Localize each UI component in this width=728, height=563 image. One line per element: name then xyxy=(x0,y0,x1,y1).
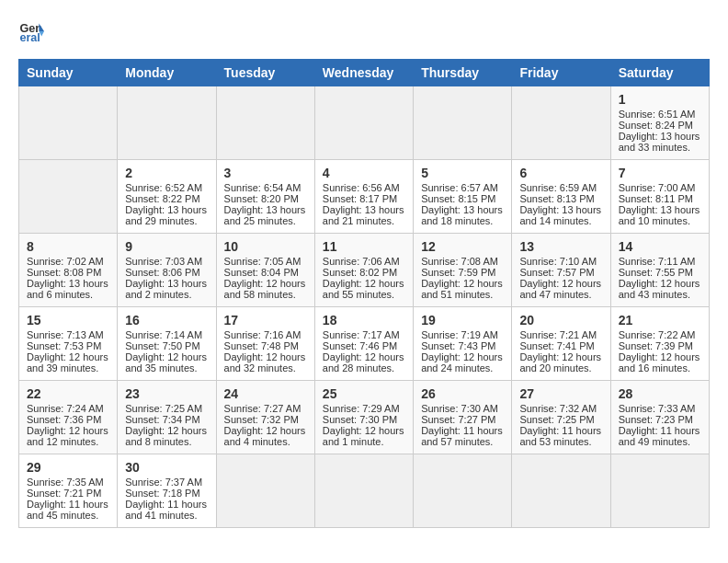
calendar-cell: 17Sunrise: 7:16 AMSunset: 7:48 PMDayligh… xyxy=(216,307,314,381)
calendar-cell xyxy=(512,86,610,160)
calendar-cell: 30Sunrise: 7:37 AMSunset: 7:18 PMDayligh… xyxy=(118,454,216,528)
daylight-text: Daylight: 12 hours and 35 minutes. xyxy=(125,351,208,373)
calendar-cell xyxy=(118,86,216,160)
sunset-text: Sunset: 8:13 PM xyxy=(519,193,602,204)
day-number: 19 xyxy=(421,313,504,327)
daylight-text: Daylight: 12 hours and 8 minutes. xyxy=(125,425,208,447)
daylight-text: Daylight: 12 hours and 32 minutes. xyxy=(224,351,307,373)
calendar-cell xyxy=(314,454,413,528)
day-number: 23 xyxy=(125,386,208,401)
calendar-cell xyxy=(610,454,709,528)
svg-text:eral: eral xyxy=(19,31,40,44)
daylight-text: Daylight: 11 hours and 49 minutes. xyxy=(619,425,701,447)
sunset-text: Sunset: 7:50 PM xyxy=(125,340,208,351)
calendar-cell: 28Sunrise: 7:33 AMSunset: 7:23 PMDayligh… xyxy=(610,381,709,454)
calendar-week-row: 1Sunrise: 6:51 AMSunset: 8:24 PMDaylight… xyxy=(19,86,710,160)
column-header-saturday: Saturday xyxy=(610,60,709,86)
day-number: 9 xyxy=(125,239,208,254)
day-number: 11 xyxy=(323,239,405,254)
calendar-cell: 25Sunrise: 7:29 AMSunset: 7:30 PMDayligh… xyxy=(314,381,413,454)
day-number: 1 xyxy=(619,92,701,107)
calendar-table: SundayMondayTuesdayWednesdayThursdayFrid… xyxy=(18,59,710,528)
daylight-text: Daylight: 13 hours and 6 minutes. xyxy=(27,278,109,300)
daylight-text: Daylight: 12 hours and 39 minutes. xyxy=(27,351,109,373)
daylight-text: Daylight: 13 hours and 2 minutes. xyxy=(125,278,208,300)
sunrise-text: Sunrise: 7:35 AM xyxy=(27,477,109,488)
sunrise-text: Sunrise: 7:16 AM xyxy=(224,329,307,340)
calendar-cell: 21Sunrise: 7:22 AMSunset: 7:39 PMDayligh… xyxy=(610,307,709,381)
sunrise-text: Sunrise: 6:51 AM xyxy=(619,109,701,120)
day-number: 2 xyxy=(125,166,208,180)
sunrise-text: Sunrise: 7:27 AM xyxy=(224,403,307,414)
calendar-cell xyxy=(19,160,118,234)
day-number: 15 xyxy=(27,313,109,327)
sunset-text: Sunset: 7:30 PM xyxy=(323,414,405,425)
sunrise-text: Sunrise: 7:05 AM xyxy=(224,256,307,267)
sunrise-text: Sunrise: 7:25 AM xyxy=(125,403,208,414)
day-number: 29 xyxy=(27,460,109,475)
column-header-thursday: Thursday xyxy=(414,60,512,86)
sunset-text: Sunset: 7:46 PM xyxy=(323,340,405,351)
sunset-text: Sunset: 8:22 PM xyxy=(125,193,208,204)
calendar-week-row: 15Sunrise: 7:13 AMSunset: 7:53 PMDayligh… xyxy=(19,307,710,381)
column-header-sunday: Sunday xyxy=(19,60,118,86)
sunrise-text: Sunrise: 7:37 AM xyxy=(125,477,208,488)
calendar-cell: 7Sunrise: 7:00 AMSunset: 8:11 PMDaylight… xyxy=(610,160,709,234)
calendar-cell xyxy=(512,454,610,528)
calendar-cell: 22Sunrise: 7:24 AMSunset: 7:36 PMDayligh… xyxy=(19,381,118,454)
day-number: 10 xyxy=(224,239,307,254)
daylight-text: Daylight: 11 hours and 53 minutes. xyxy=(519,425,602,447)
daylight-text: Daylight: 13 hours and 18 minutes. xyxy=(421,204,504,226)
day-number: 3 xyxy=(224,166,307,180)
calendar-cell: 26Sunrise: 7:30 AMSunset: 7:27 PMDayligh… xyxy=(414,381,512,454)
sunset-text: Sunset: 7:43 PM xyxy=(421,340,504,351)
sunrise-text: Sunrise: 7:06 AM xyxy=(323,256,405,267)
logo-icon: Gen eral xyxy=(18,18,44,44)
calendar-cell: 10Sunrise: 7:05 AMSunset: 8:04 PMDayligh… xyxy=(216,234,314,307)
sunrise-text: Sunrise: 7:03 AM xyxy=(125,256,208,267)
sunrise-text: Sunrise: 7:08 AM xyxy=(421,256,504,267)
sunrise-text: Sunrise: 7:29 AM xyxy=(323,403,405,414)
day-number: 12 xyxy=(421,239,504,254)
daylight-text: Daylight: 12 hours and 43 minutes. xyxy=(619,278,701,300)
page-header: Gen eral xyxy=(18,18,710,44)
calendar-cell: 13Sunrise: 7:10 AMSunset: 7:57 PMDayligh… xyxy=(512,234,610,307)
day-number: 30 xyxy=(125,460,208,475)
sunrise-text: Sunrise: 7:24 AM xyxy=(27,403,109,414)
sunrise-text: Sunrise: 6:56 AM xyxy=(323,182,405,193)
sunrise-text: Sunrise: 7:33 AM xyxy=(619,403,701,414)
sunset-text: Sunset: 7:21 PM xyxy=(27,488,109,499)
day-number: 17 xyxy=(224,313,307,327)
calendar-cell xyxy=(216,454,314,528)
sunrise-text: Sunrise: 7:30 AM xyxy=(421,403,504,414)
calendar-cell: 19Sunrise: 7:19 AMSunset: 7:43 PMDayligh… xyxy=(414,307,512,381)
day-number: 18 xyxy=(323,313,405,327)
calendar-cell: 5Sunrise: 6:57 AMSunset: 8:15 PMDaylight… xyxy=(414,160,512,234)
day-number: 24 xyxy=(224,386,307,401)
calendar-cell: 29Sunrise: 7:35 AMSunset: 7:21 PMDayligh… xyxy=(19,454,118,528)
sunset-text: Sunset: 8:15 PM xyxy=(421,193,504,204)
daylight-text: Daylight: 11 hours and 41 minutes. xyxy=(125,499,208,521)
column-header-wednesday: Wednesday xyxy=(314,60,413,86)
calendar-cell: 15Sunrise: 7:13 AMSunset: 7:53 PMDayligh… xyxy=(19,307,118,381)
day-number: 13 xyxy=(519,239,602,254)
calendar-cell: 18Sunrise: 7:17 AMSunset: 7:46 PMDayligh… xyxy=(314,307,413,381)
calendar-cell: 1Sunrise: 6:51 AMSunset: 8:24 PMDaylight… xyxy=(610,86,709,160)
day-number: 25 xyxy=(323,386,405,401)
daylight-text: Daylight: 12 hours and 16 minutes. xyxy=(619,351,701,373)
sunrise-text: Sunrise: 7:17 AM xyxy=(323,329,405,340)
daylight-text: Daylight: 12 hours and 24 minutes. xyxy=(421,351,504,373)
day-number: 28 xyxy=(619,386,701,401)
sunset-text: Sunset: 8:02 PM xyxy=(323,267,405,278)
day-number: 20 xyxy=(519,313,602,327)
sunrise-text: Sunrise: 7:13 AM xyxy=(27,329,109,340)
daylight-text: Daylight: 11 hours and 57 minutes. xyxy=(421,425,504,447)
daylight-text: Daylight: 12 hours and 4 minutes. xyxy=(224,425,307,447)
day-number: 26 xyxy=(421,386,504,401)
sunset-text: Sunset: 7:34 PM xyxy=(125,414,208,425)
calendar-cell: 4Sunrise: 6:56 AMSunset: 8:17 PMDaylight… xyxy=(314,160,413,234)
day-number: 8 xyxy=(27,239,109,254)
daylight-text: Daylight: 12 hours and 1 minute. xyxy=(323,425,405,447)
daylight-text: Daylight: 12 hours and 28 minutes. xyxy=(323,351,405,373)
day-number: 14 xyxy=(619,239,701,254)
